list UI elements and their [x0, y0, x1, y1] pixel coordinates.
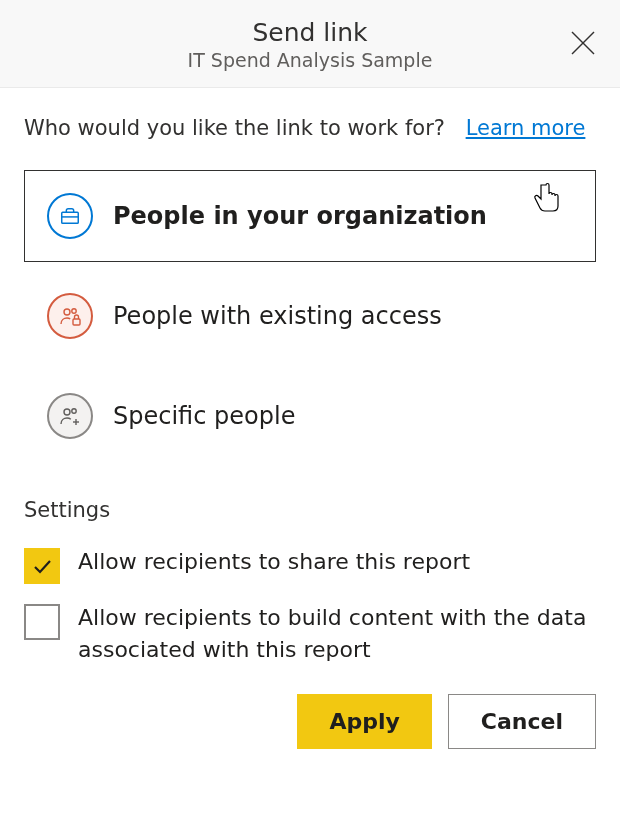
checkbox-allow-build-row: Allow recipients to build content with t… — [24, 602, 596, 666]
option-specific-people[interactable]: Specific people — [24, 370, 596, 462]
briefcase-icon — [47, 193, 93, 239]
checkbox-label: Allow recipients to share this report — [78, 546, 470, 578]
dialog-subtitle: IT Spend Analysis Sample — [24, 49, 596, 71]
learn-more-link[interactable]: Learn more — [466, 116, 586, 140]
option-people-in-org[interactable]: People in your organization — [24, 170, 596, 262]
svg-point-5 — [72, 309, 76, 313]
checkbox-allow-build[interactable] — [24, 604, 60, 640]
apply-button[interactable]: Apply — [297, 694, 431, 749]
checkbox-allow-share[interactable] — [24, 548, 60, 584]
link-scope-options: People in your organization People with … — [24, 170, 596, 462]
option-label: Specific people — [113, 402, 295, 430]
svg-rect-6 — [73, 319, 80, 325]
option-label: People in your organization — [113, 202, 487, 230]
dialog-title: Send link — [24, 18, 596, 47]
option-label: People with existing access — [113, 302, 442, 330]
dialog-content: Who would you like the link to work for?… — [0, 88, 620, 773]
checkbox-allow-share-row: Allow recipients to share this report — [24, 546, 596, 584]
checkmark-icon — [30, 554, 54, 578]
dialog-buttons: Apply Cancel — [24, 694, 596, 749]
close-button[interactable] — [570, 27, 596, 61]
svg-point-4 — [64, 309, 70, 315]
checkbox-label: Allow recipients to build content with t… — [78, 602, 596, 666]
people-lock-icon — [47, 293, 93, 339]
svg-point-7 — [64, 409, 70, 415]
cancel-button[interactable]: Cancel — [448, 694, 596, 749]
svg-point-8 — [72, 409, 76, 413]
people-add-icon — [47, 393, 93, 439]
svg-rect-2 — [62, 212, 79, 223]
option-existing-access[interactable]: People with existing access — [24, 270, 596, 362]
prompt-row: Who would you like the link to work for?… — [24, 116, 596, 140]
dialog-header: Send link IT Spend Analysis Sample — [0, 0, 620, 88]
prompt-text: Who would you like the link to work for? — [24, 116, 445, 140]
hand-cursor-icon — [527, 177, 567, 225]
settings-heading: Settings — [24, 498, 596, 522]
close-icon — [570, 30, 596, 56]
